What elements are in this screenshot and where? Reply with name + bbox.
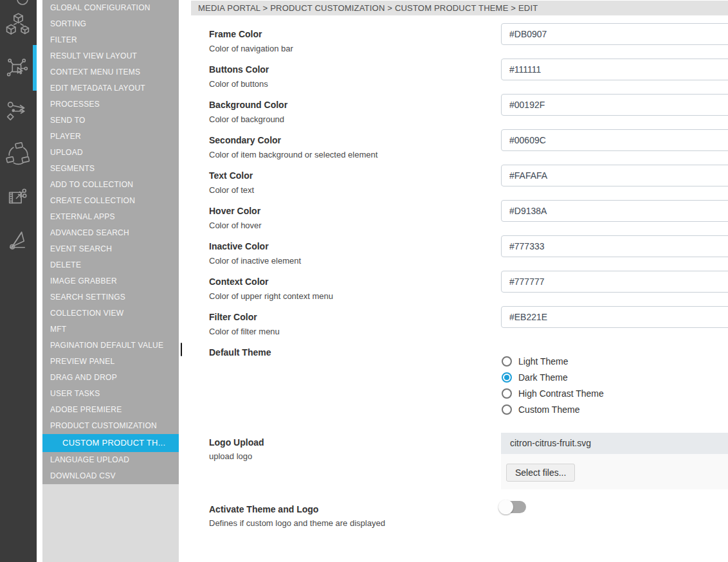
color-field-row: Inactive ColorColor of inactive element (191, 235, 728, 271)
sidebar-item[interactable]: GLOBAL CONFIGURATION (42, 0, 179, 16)
color-field-label: Text Color (209, 170, 253, 181)
color-field-row: Buttons ColorColor of buttons (191, 59, 728, 94)
sidebar-item[interactable]: CONTEXT MENU ITEMS (42, 64, 179, 80)
activate-theme-toggle[interactable] (500, 501, 526, 513)
color-field-row: Frame ColorColor of navigation bar (191, 23, 728, 59)
breadcrumb: MEDIA PORTAL > PRODUCT CUSTOMIZATION > C… (191, 1, 728, 15)
theme-radio-option[interactable]: Custom Theme (502, 401, 579, 417)
color-field-description: Color of text (209, 185, 254, 195)
color-field-label: Background Color (209, 100, 287, 110)
sidebar-item[interactable]: PROCESSES (42, 96, 179, 113)
radio-option-label: Custom Theme (518, 404, 579, 415)
toggle-knob (498, 500, 513, 514)
select-files-button[interactable]: Select files... (506, 464, 575, 482)
main-content: MEDIA PORTAL > PRODUCT CUSTOMIZATION > C… (191, 0, 728, 562)
color-hex-input[interactable] (501, 129, 728, 151)
sidebar-item[interactable]: SORTING (42, 16, 179, 32)
color-field-description: Color of filter menu (209, 327, 280, 336)
sidebar-item[interactable]: EDIT METADATA LAYOUT (42, 80, 179, 96)
settings-menu: GLOBAL CONFIGURATIONSORTINGFILTERRESULT … (42, 0, 179, 484)
logo-upload-label: Logo Upload (209, 437, 264, 448)
sidebar-item[interactable]: EXTERNAL APPS (42, 209, 179, 225)
color-field-label: Secondary Color (209, 135, 281, 145)
color-hex-input[interactable] (501, 94, 728, 116)
color-field-description: Color of buttons (209, 79, 268, 89)
sidebar-item[interactable]: PLAYER (42, 129, 179, 145)
radio-option-label: Dark Theme (518, 372, 568, 383)
collections-cycle-icon[interactable] (5, 140, 32, 167)
publish-icon[interactable] (5, 226, 32, 253)
theme-radio-option[interactable]: High Contrast Theme (502, 385, 604, 401)
color-field-description: Color of background (209, 114, 284, 124)
sidebar-item[interactable]: USER TASKS (42, 386, 179, 402)
workflow-icon[interactable] (5, 98, 32, 125)
color-field-label: Frame Color (209, 29, 262, 39)
color-hex-input[interactable] (501, 165, 728, 186)
sidebar-item[interactable]: ADD TO COLLECTION (42, 177, 179, 193)
color-field-label: Buttons Color (209, 64, 269, 75)
color-field-row: Background ColorColor of background (191, 94, 728, 129)
color-field-label: Filter Color (209, 312, 257, 322)
color-field-row: Secondary ColorColor of item background … (191, 129, 728, 165)
sidebar-scrollbar[interactable] (181, 343, 182, 356)
color-hex-input[interactable] (501, 271, 728, 293)
radio-option-label: High Contrast Theme (518, 388, 604, 399)
activate-theme-description: Defines if custom logo and theme are dis… (209, 518, 385, 528)
sidebar-item[interactable]: DOWNLOAD CSV (42, 468, 179, 484)
sidebar-item[interactable]: SEARCH SETTINGS (42, 289, 179, 305)
sidebar-item[interactable]: PREVIEW PANEL (42, 354, 179, 370)
uploaded-file-name[interactable]: citron-citrus-fruit.svg (501, 433, 728, 454)
color-hex-input[interactable] (501, 235, 728, 257)
color-field-row: Filter ColorColor of filter menu (191, 306, 728, 341)
settings-sidebar: GLOBAL CONFIGURATIONSORTINGFILTERRESULT … (42, 0, 179, 562)
sidebar-item[interactable]: IMAGE GRABBER (42, 273, 179, 289)
sidebar-item[interactable]: SEGMENTS (42, 161, 179, 177)
radio-button-icon[interactable] (502, 372, 512, 383)
sidebar-item[interactable]: SEND TO (42, 113, 179, 129)
color-field-row: Context ColorColor of upper right contex… (191, 271, 728, 306)
sidebar-item[interactable]: MFT (42, 322, 179, 338)
color-field-description: Color of item background or selected ele… (209, 150, 378, 159)
radio-button-icon[interactable] (502, 404, 512, 415)
color-hex-input[interactable] (501, 200, 728, 222)
radio-button-icon[interactable] (502, 388, 512, 399)
color-field-description: Color of hover (209, 221, 262, 230)
activate-theme-label: Activate Theme and Logo (209, 504, 318, 514)
sidebar-item[interactable]: ADVANCED SEARCH (42, 225, 179, 241)
color-field-label: Hover Color (209, 206, 260, 216)
color-field-description: Color of inactive element (209, 256, 301, 266)
default-theme-label: Default Theme (209, 347, 271, 358)
file-upload-panel: Select files... (501, 454, 728, 489)
sidebar-item[interactable]: COLLECTION VIEW (42, 305, 179, 322)
sidebar-item[interactable]: LANGUAGE UPLOAD (42, 452, 179, 468)
cubes-icon[interactable] (5, 11, 32, 37)
color-field-row: Hover ColorColor of hover (191, 200, 728, 235)
sidebar-item[interactable]: PAGINATION DEFAULT VALUE (42, 338, 179, 354)
context-menu-icon[interactable] (5, 55, 32, 81)
radio-button-icon[interactable] (502, 356, 512, 367)
sidebar-item[interactable]: ADOBE PREMIERE (42, 402, 179, 418)
color-hex-input[interactable] (501, 59, 728, 80)
color-field-description: Color of upper right context menu (209, 291, 333, 301)
color-field-description: Color of navigation bar (209, 44, 293, 53)
sidebar-item[interactable]: DRAG AND DROP (42, 370, 179, 386)
radio-option-label: Light Theme (518, 356, 569, 367)
color-hex-input[interactable] (501, 23, 728, 45)
sidebar-item[interactable]: DELETE (42, 257, 179, 273)
logo-upload-description: upload logo (209, 451, 252, 461)
color-hex-input[interactable] (501, 306, 728, 328)
sidebar-item[interactable]: UPLOAD (42, 145, 179, 161)
theme-radio-option[interactable]: Dark Theme (502, 369, 568, 385)
sidebar-item[interactable]: CREATE COLLECTION (42, 193, 179, 209)
sidebar-item[interactable]: RESULT VIEW LAYOUT (42, 48, 179, 64)
sidebar-item[interactable]: EVENT SEARCH (42, 241, 179, 257)
color-field-row: Text ColorColor of text (191, 165, 728, 200)
theme-radio-option[interactable]: Light Theme (502, 353, 569, 369)
sidebar-item[interactable]: CUSTOM PRODUCT TH... (42, 434, 179, 452)
partial-top-icon (5, 0, 32, 8)
sidebar-item[interactable]: FILTER (42, 32, 179, 48)
icon-rail (0, 0, 37, 562)
color-field-label: Inactive Color (209, 241, 269, 251)
sidebar-item[interactable]: PRODUCT CUSTOMIZATION (42, 418, 179, 434)
video-editor-icon[interactable] (5, 185, 32, 212)
